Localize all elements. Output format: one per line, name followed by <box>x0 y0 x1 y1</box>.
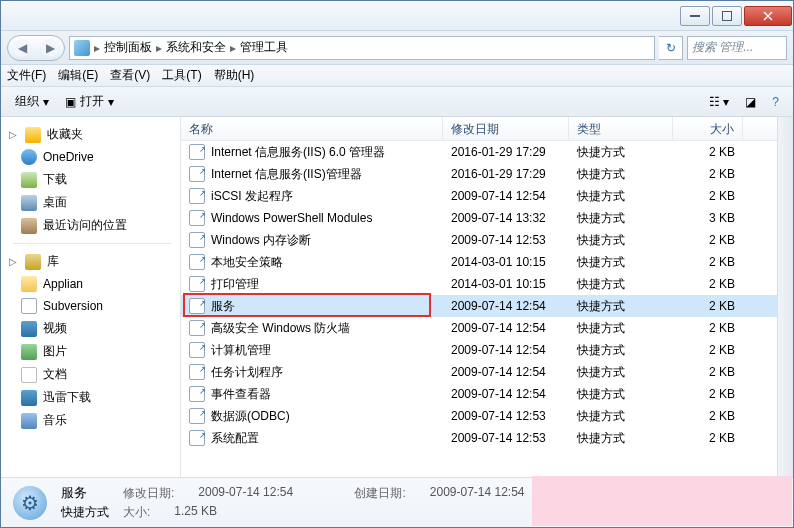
file-type: 快捷方式 <box>569 185 673 207</box>
file-name: Windows 内存诊断 <box>211 229 311 251</box>
chevron-right-icon[interactable]: ▸ <box>230 41 236 55</box>
chevron-down-icon: ▾ <box>43 95 49 109</box>
titlebar[interactable] <box>1 1 793 31</box>
table-row[interactable]: 事件查看器2009-07-14 12:54快捷方式2 KB <box>181 383 777 405</box>
menu-view[interactable]: 查看(V) <box>110 67 150 84</box>
shortcut-icon <box>189 210 205 226</box>
file-date: 2009-07-14 12:54 <box>443 295 569 317</box>
search-placeholder: 搜索 管理... <box>692 39 753 56</box>
file-name: Internet 信息服务(IIS) 6.0 管理器 <box>211 141 385 163</box>
maximize-button[interactable] <box>712 6 742 26</box>
refresh-button[interactable]: ↻ <box>659 36 683 60</box>
file-size: 2 KB <box>673 273 743 295</box>
table-row[interactable]: 本地安全策略2014-03-01 10:15快捷方式2 KB <box>181 251 777 273</box>
sidebar-item-xunlei[interactable]: 迅雷下载 <box>5 386 180 409</box>
close-button[interactable] <box>744 6 792 26</box>
file-size: 2 KB <box>673 141 743 163</box>
sidebar-item-applian[interactable]: Applian <box>5 273 180 295</box>
open-button[interactable]: ▣ 打开 ▾ <box>57 90 122 113</box>
sidebar-item-music[interactable]: 音乐 <box>5 409 180 432</box>
file-date: 2009-07-14 12:54 <box>443 317 569 339</box>
table-row[interactable]: Windows PowerShell Modules2009-07-14 13:… <box>181 207 777 229</box>
sidebar-group-favorites[interactable]: ▷收藏夹 <box>5 123 180 146</box>
folder-icon <box>21 298 37 314</box>
videos-icon <box>21 321 37 337</box>
back-button[interactable]: ◀ <box>13 39 31 57</box>
downloads-icon <box>21 172 37 188</box>
table-row[interactable]: 数据源(ODBC)2009-07-14 12:53快捷方式2 KB <box>181 405 777 427</box>
sidebar-item-documents[interactable]: 文档 <box>5 363 180 386</box>
menu-help[interactable]: 帮助(H) <box>214 67 255 84</box>
sidebar-item-pictures[interactable]: 图片 <box>5 340 180 363</box>
column-name[interactable]: 名称 <box>181 117 443 141</box>
recent-icon <box>21 218 37 234</box>
sidebar-item-subversion[interactable]: Subversion <box>5 295 180 317</box>
file-type: 快捷方式 <box>569 383 673 405</box>
menu-tools[interactable]: 工具(T) <box>162 67 201 84</box>
menu-edit[interactable]: 编辑(E) <box>58 67 98 84</box>
table-row[interactable]: Internet 信息服务(IIS) 6.0 管理器2016-01-29 17:… <box>181 141 777 163</box>
shortcut-icon <box>189 386 205 402</box>
column-date[interactable]: 修改日期 <box>443 117 569 141</box>
search-input[interactable]: 搜索 管理... <box>687 36 787 60</box>
details-created-value: 2009-07-14 12:54 <box>430 485 525 502</box>
crumb-system-security[interactable]: 系统和安全 <box>166 39 226 56</box>
file-name: 事件查看器 <box>211 383 271 405</box>
shortcut-icon <box>189 276 205 292</box>
chevron-right-icon[interactable]: ▸ <box>156 41 162 55</box>
onedrive-icon <box>21 149 37 165</box>
chevron-right-icon[interactable]: ▸ <box>94 41 100 55</box>
table-row[interactable]: 高级安全 Windows 防火墙2009-07-14 12:54快捷方式2 KB <box>181 317 777 339</box>
sidebar-item-downloads[interactable]: 下载 <box>5 168 180 191</box>
file-name: 服务 <box>211 295 235 317</box>
column-size[interactable]: 大小 <box>673 117 743 141</box>
svg-rect-0 <box>690 15 700 17</box>
file-date: 2009-07-14 12:54 <box>443 361 569 383</box>
sidebar-item-onedrive[interactable]: OneDrive <box>5 146 180 168</box>
file-name: 计算机管理 <box>211 339 271 361</box>
chevron-down-icon: ▾ <box>108 95 114 109</box>
nav-buttons: ◀ ▶ <box>7 35 65 61</box>
file-date: 2016-01-29 17:29 <box>443 141 569 163</box>
address-bar: ◀ ▶ ▸ 控制面板 ▸ 系统和安全 ▸ 管理工具 ↻ 搜索 管理... <box>1 31 793 65</box>
file-size: 2 KB <box>673 383 743 405</box>
organize-button[interactable]: 组织 ▾ <box>7 90 57 113</box>
table-row[interactable]: 任务计划程序2009-07-14 12:54快捷方式2 KB <box>181 361 777 383</box>
table-row[interactable]: 服务2009-07-14 12:54快捷方式2 KB <box>181 295 777 317</box>
shortcut-icon <box>189 298 205 314</box>
rows-container[interactable]: Internet 信息服务(IIS) 6.0 管理器2016-01-29 17:… <box>181 141 777 477</box>
column-type[interactable]: 类型 <box>569 117 673 141</box>
file-date: 2009-07-14 12:53 <box>443 427 569 449</box>
table-row[interactable]: Internet 信息服务(IIS)管理器2016-01-29 17:29快捷方… <box>181 163 777 185</box>
table-row[interactable]: iSCSI 发起程序2009-07-14 12:54快捷方式2 KB <box>181 185 777 207</box>
crumb-control-panel[interactable]: 控制面板 <box>104 39 152 56</box>
menu-file[interactable]: 文件(F) <box>7 67 46 84</box>
watermark-band <box>532 476 792 526</box>
desktop-icon <box>21 195 37 211</box>
file-name: 本地安全策略 <box>211 251 283 273</box>
sidebar-group-libraries[interactable]: ▷库 <box>5 250 180 273</box>
help-button[interactable]: ? <box>764 92 787 112</box>
table-row[interactable]: 系统配置2009-07-14 12:53快捷方式2 KB <box>181 427 777 449</box>
details-type: 快捷方式 <box>61 504 109 521</box>
sidebar-item-recent[interactable]: 最近访问的位置 <box>5 214 180 237</box>
file-date: 2009-07-14 12:54 <box>443 383 569 405</box>
sidebar-item-videos[interactable]: 视频 <box>5 317 180 340</box>
crumb-admin-tools[interactable]: 管理工具 <box>240 39 288 56</box>
table-row[interactable]: Windows 内存诊断2009-07-14 12:53快捷方式2 KB <box>181 229 777 251</box>
minimize-button[interactable] <box>680 6 710 26</box>
shortcut-icon <box>189 408 205 424</box>
shortcut-icon <box>189 232 205 248</box>
scrollbar[interactable] <box>777 117 793 477</box>
sidebar[interactable]: ▷收藏夹 OneDrive 下载 桌面 最近访问的位置 ▷库 Applian S… <box>1 117 181 477</box>
library-icon <box>25 254 41 270</box>
breadcrumb[interactable]: ▸ 控制面板 ▸ 系统和安全 ▸ 管理工具 <box>69 36 655 60</box>
file-date: 2014-03-01 10:15 <box>443 251 569 273</box>
table-row[interactable]: 打印管理2014-03-01 10:15快捷方式2 KB <box>181 273 777 295</box>
table-row[interactable]: 计算机管理2009-07-14 12:54快捷方式2 KB <box>181 339 777 361</box>
forward-button[interactable]: ▶ <box>41 39 59 57</box>
sidebar-item-desktop[interactable]: 桌面 <box>5 191 180 214</box>
shortcut-icon <box>189 320 205 336</box>
view-options-button[interactable]: ☷ ▾ <box>701 92 737 112</box>
preview-pane-button[interactable]: ◪ <box>737 92 764 112</box>
